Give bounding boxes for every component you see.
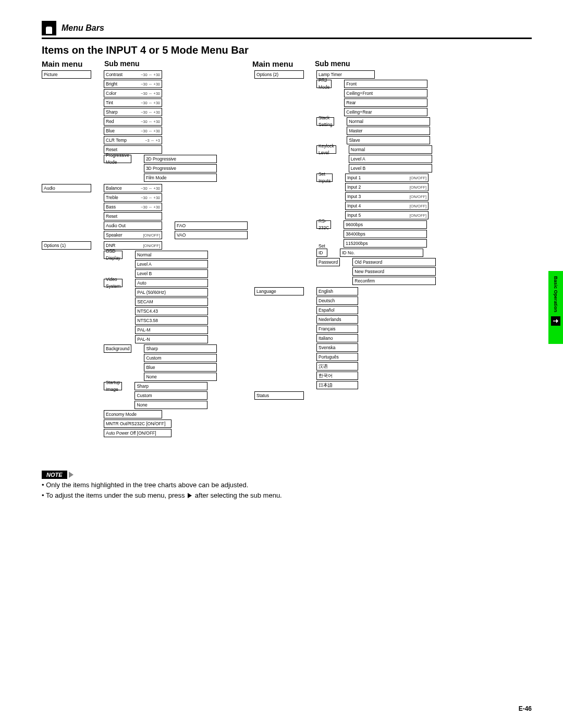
pw-old: Old Password [352,258,436,266]
sub-bass: Bass−30 ↔ +30 [104,203,162,211]
eco-autopower: Auto Power Off [ON/OFF] [104,429,172,437]
bg-blue: Blue [144,363,217,372]
sub-background: Background [104,344,131,353]
su-none: None [134,401,207,409]
main-menu-header-2: Main menu [252,59,315,68]
prj-front: Front [344,80,427,88]
vs-ntsc443: NTSC4.43 [135,307,208,315]
bg-none: None [144,373,217,381]
main-picture: Picture [42,70,91,79]
lang-it: Italiano [316,334,358,342]
osd-normal: Normal [135,251,208,259]
rs-115200: 115200bps [344,239,427,248]
kl-levela: Level A [349,155,432,163]
osd-levelb: Level B [135,269,208,278]
audioout-vao: VAO [175,231,248,239]
audioout-fao: FAO [175,221,248,230]
in-1: Input 1[ON/OFF] [345,174,429,182]
header-rule [42,38,532,39]
header-title: Menu Bars [62,23,104,33]
in-3: Input 3[ON/OFF] [345,192,429,201]
sub-rs232c: RS-232C [316,220,331,229]
sub-tint: Tint−30 ↔ +30 [104,98,162,107]
vs-secam: SECAM [135,298,208,306]
rs-9600: 9600bps [344,220,427,229]
lang-pt: Português [316,353,358,361]
lang-es: Español [316,306,358,314]
sub-sharp: Sharp−30 ↔ +30 [104,108,162,116]
note-badge: NOTE [42,471,67,479]
sub-speaker: Speaker[ON/OFF] [104,231,162,239]
sub-contrast: Contrast−30 ↔ +30 [104,70,162,79]
play-icon [188,493,192,498]
sub-progressive: Progressive Mode [104,155,131,163]
vs-pal: PAL (50/60Hz) [135,288,208,297]
main-audio: Audio [42,184,91,192]
kl-normal: Normal [349,145,432,154]
note-line-2: • To adjust the items under the sub menu… [42,490,532,501]
side-tab: Basic Operation [548,271,563,344]
vs-palm: PAL-M [135,326,208,334]
in-5: Input 5[ON/OFF] [345,211,429,219]
eco-mntr: MNTR Out/RS232C [ON/OFF] [104,419,172,428]
in-4: Input 4[ON/OFF] [345,202,429,210]
sub-osd: OSD Display [104,251,123,259]
sub-prjmode: PRJ Mode [316,80,332,88]
sub-economy: Economy Mode [104,410,162,418]
sub-bright: Bright−30 ↔ +30 [104,80,162,88]
sub-menu-header-2: Sub menu [315,59,430,68]
prog-film: Film Mode [144,174,217,182]
sub-setinputs: Set Inputs [316,174,333,182]
main-menu-header-1: Main menu [42,59,104,68]
prj-crear: Ceiling+Rear [344,108,427,116]
lang-sv: Svenska [316,343,358,352]
pw-new: New Password [352,267,436,276]
bg-sharp: Sharp [144,344,217,353]
vs-ntsc358: NTSC3.58 [135,316,208,325]
sub-red: Red−30 ↔ +30 [104,117,162,126]
section-title: Items on the INPUT 4 or 5 Mode Menu Bar [42,44,532,56]
id-no: ID No. [340,249,423,257]
kl-levelb: Level B [349,164,432,172]
sub-videosystem: Video System [104,279,123,287]
sub-setid: Set ID No. [316,249,327,257]
sub-color: Color−30 ↔ +30 [104,89,162,97]
prog-2d: 2D Progressive [144,155,217,163]
prj-cfront: Ceiling+Front [344,89,427,97]
column-headers: Main menu Sub menu Main menu Sub menu [42,59,532,68]
prog-3d: 3D Progressive [144,164,217,172]
sub-clrtemp: CLR Temp−3 ↔ +3 [104,136,162,144]
lang-nl: Nederlands [316,315,358,324]
vs-auto: Auto [135,279,208,287]
lang-fr: Français [316,325,358,333]
stack-normal: Normal [347,117,430,126]
vs-paln: PAL-N [135,335,208,343]
sub-menu-header-1: Sub menu [104,59,250,68]
su-custom: Custom [134,391,207,400]
page-number: E-46 [519,705,532,712]
note-line-1: • Only the items highlighted in the tree… [42,480,532,490]
sub-treble: Treble−30 ↔ +30 [104,193,162,202]
sub-audioout: Audio Out [104,221,162,230]
osd-levela: Level A [135,260,208,268]
main-status: Status [254,391,304,400]
stack-slave: Slave [347,136,430,144]
prj-rear: Rear [344,98,427,107]
pw-reconfirm: Reconfirm [352,277,436,285]
note-arrow-icon [69,472,74,478]
menu-bars-icon [42,21,56,35]
stack-master: Master [347,127,430,135]
in-2: Input 2[ON/OFF] [345,183,429,191]
rs-38400: 38400bps [344,230,427,238]
lang-en: English [316,287,358,295]
sub-balance: Balance−30 ↔ +30 [104,184,162,192]
lang-zh: 汉语 [316,362,358,371]
lang-ko: 한국어 [316,372,358,380]
sub-password: Password [316,258,340,266]
sub-keylock: Keylock Level [316,145,336,154]
sub-blue: Blue−30 ↔ +30 [104,127,162,135]
pointer-icon [551,316,560,326]
lang-de: Deutsch [316,297,358,305]
sub-stack: Stack Setting [316,117,334,126]
main-language: Language [254,287,304,295]
